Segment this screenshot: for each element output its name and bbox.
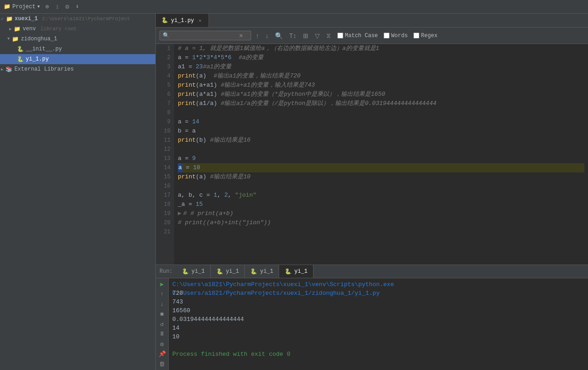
- run-config-button[interactable]: ⚙: [157, 340, 167, 348]
- run-stop-button[interactable]: ■: [157, 310, 167, 318]
- sidebar-item-venv[interactable]: ▶ 📁 venv library root: [0, 24, 155, 34]
- run-output-16560: 16560: [172, 306, 584, 315]
- sidebar-item-xuexi1[interactable]: ✔ 📁 xuexi_1 C:\Users\a1821\PycharmProjec…: [0, 14, 155, 24]
- run-tab-1-icon: 🐍: [182, 268, 189, 275]
- sidebar-item-yi1[interactable]: 🐍 yi_1.py: [0, 54, 155, 64]
- code-line-6: print(a*a1) #输出a*a1的变量（*是python中是乘以），输出结…: [178, 90, 584, 99]
- run-down-button[interactable]: ↓: [157, 300, 167, 309]
- code-line-13: a = 9: [178, 154, 584, 163]
- folder-icon: 📁: [5, 15, 13, 22]
- words-label: Words: [391, 33, 408, 39]
- next-match-button[interactable]: ↓: [264, 31, 270, 40]
- run-tab-4-icon: 🐍: [285, 268, 291, 275]
- find-all-button[interactable]: ⊞: [301, 31, 310, 40]
- tab-yi1[interactable]: 🐍 yi_1.py ✕: [156, 14, 209, 27]
- find-word-button[interactable]: 🔍: [273, 31, 285, 40]
- run-tab-4-label: yi_1: [294, 268, 308, 275]
- title-bar: 📁 Project ▼ ⊕ ↕ ⚙ ⬇: [0, 0, 588, 14]
- main-layout: ✔ 📁 xuexi_1 C:\Users\a1821\PycharmProjec…: [0, 14, 588, 370]
- add-content-icon[interactable]: ⊕: [44, 3, 51, 11]
- code-line-16: [178, 182, 584, 191]
- run-up-button[interactable]: ↑: [157, 290, 167, 298]
- sidebar-venv-extra: library root: [40, 26, 77, 32]
- run-tab-2[interactable]: 🐍 yi_1: [211, 265, 245, 278]
- run-tab-2-label: yi_1: [226, 268, 239, 275]
- init-py-icon: 🐍: [16, 45, 24, 53]
- sidebar-label-external: External Libraries: [14, 66, 74, 72]
- filter-button[interactable]: ▽: [313, 31, 322, 40]
- run-output-14: 14: [172, 324, 584, 332]
- search-options: Match Case Words Regex: [337, 33, 438, 39]
- sidebar: ✔ 📁 xuexi_1 C:\Users\a1821\PycharmProjec…: [0, 14, 156, 370]
- run-output-decimal: 0.031944444444444444: [172, 315, 584, 324]
- line-num-17: 17: [159, 191, 170, 200]
- search-clear-button[interactable]: ✕: [237, 33, 245, 39]
- words-option[interactable]: Words: [384, 33, 408, 39]
- run-label: Run:: [156, 266, 176, 276]
- regex-checkbox[interactable]: [413, 33, 419, 39]
- tab-close-button[interactable]: ✕: [197, 17, 203, 24]
- zidonghua-folder-icon: 📁: [11, 35, 19, 43]
- line-num-5: 5: [159, 81, 170, 90]
- run-tab-3-label: yi_1: [260, 268, 273, 275]
- sidebar-label-xuexi1: xuexi_1: [15, 16, 38, 22]
- run-clear-button[interactable]: 🗑: [157, 360, 167, 368]
- code-line-19: ▶# # print(a+b): [178, 209, 584, 218]
- search-icon: 🔍: [163, 32, 170, 39]
- venv-folder-icon: 📁: [13, 25, 21, 33]
- sidebar-item-init[interactable]: 🐍 __init__.py: [0, 44, 155, 54]
- run-panel: Run: 🐍 yi_1 🐍 yi_1 🐍 yi_1 🐍 yi_1: [156, 265, 588, 370]
- sidebar-item-zidonghua[interactable]: ▼ 📁 zidonghua_1: [0, 34, 155, 44]
- code-line-17: a, b, c = 1, 2, "join": [178, 191, 584, 200]
- prev-match-button[interactable]: ↑: [254, 31, 261, 40]
- match-case-checkbox[interactable]: [337, 33, 343, 39]
- find-options-button[interactable]: T↕: [287, 31, 298, 40]
- search-input[interactable]: [171, 33, 236, 39]
- chevron-down-icon-zidonghua: ▼: [7, 37, 10, 41]
- run-output-path: C:\Users\a1821\PycharmProjects\xuexi_1\v…: [172, 280, 584, 289]
- run-output: C:\Users\a1821\PycharmProjects\xuexi_1\v…: [169, 278, 588, 370]
- run-output-743: 743: [172, 298, 584, 306]
- line-num-6: 6: [159, 90, 170, 99]
- project-dropdown[interactable]: 📁 Project ▼: [4, 3, 40, 10]
- run-tab-1[interactable]: 🐍 yi_1: [176, 265, 211, 278]
- code-line-18: _a = 15: [178, 200, 584, 209]
- code-line-15: print(a) #输出结果是10: [178, 172, 584, 182]
- sidebar-item-external[interactable]: ▶ 📚 External Libraries: [0, 64, 155, 74]
- line-num-13: 13: [159, 154, 170, 163]
- line-num-4: 4: [159, 72, 170, 81]
- line-num-19: 19: [159, 209, 170, 218]
- run-pin-button[interactable]: 📌: [157, 350, 167, 358]
- title-bar-icons: ⊕ ↕ ⚙ ⬇: [44, 3, 81, 11]
- filter-icon-button[interactable]: ⧖: [324, 31, 333, 40]
- line-num-15: 15: [159, 172, 170, 182]
- lib-icon: 📚: [5, 66, 12, 73]
- run-rerun-button[interactable]: ↺: [157, 320, 167, 328]
- run-tab-4[interactable]: 🐍 yi_1: [279, 265, 313, 278]
- line-num-11: 11: [159, 136, 170, 145]
- line-num-9: 9: [159, 117, 170, 127]
- collapse-icon[interactable]: ⬇: [74, 3, 81, 11]
- code-line-9: a = 14: [178, 117, 584, 127]
- settings-icon[interactable]: ⚙: [64, 3, 71, 11]
- line-num-10: 10: [159, 127, 170, 136]
- sort-icon[interactable]: ↕: [54, 3, 61, 11]
- code-editor[interactable]: 1 2 3 4 5 6 7 8 9 10 11 12 13 14 15 16 1…: [156, 44, 588, 265]
- match-case-option[interactable]: Match Case: [337, 33, 378, 39]
- run-play-button[interactable]: ▶: [157, 280, 167, 288]
- run-body: ▶ ↑ ↓ ■ ↺ ⏸ ⚙ 📌 🗑 C:\Users\a1821\Pycharm…: [156, 278, 588, 370]
- line-num-20: 20: [159, 218, 170, 227]
- checked-icon: ✔: [1, 16, 4, 22]
- line-num-21: 21: [159, 227, 170, 237]
- run-tab-1-label: yi_1: [192, 268, 205, 275]
- run-tab-3[interactable]: 🐍 yi_1: [245, 265, 279, 278]
- regex-option[interactable]: Regex: [413, 33, 438, 39]
- fold-arrow-icon[interactable]: ▶: [178, 209, 181, 218]
- run-output-10: 10: [172, 332, 584, 341]
- match-case-label: Match Case: [345, 33, 378, 39]
- line-num-14: 14: [159, 163, 170, 172]
- run-pause-button[interactable]: ⏸: [157, 330, 167, 338]
- words-checkbox[interactable]: [384, 33, 390, 39]
- sidebar-label-zidonghua: zidonghua_1: [21, 36, 57, 42]
- line-num-16: 16: [159, 182, 170, 191]
